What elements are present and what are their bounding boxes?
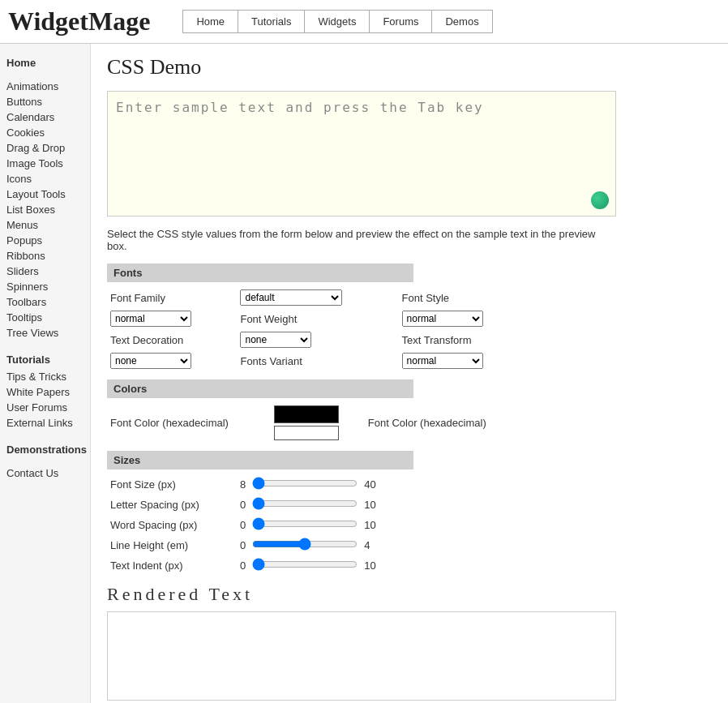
font-size-max: 40 [361,474,379,495]
font-size-row: Font Size (px) 8 40 [107,474,379,495]
sidebar-contact[interactable]: Contact Us [5,465,85,481]
nav: Home Tutorials Widgets Forums Demos [182,10,492,33]
line-height-slider[interactable] [252,538,358,551]
text-indent-max: 10 [361,555,379,576]
font-family-row: Font Family default Arial Georgia Courie… [107,287,529,308]
font-weight-label: Font Weight [237,308,398,329]
line-height-label: Line Height (em) [107,535,237,555]
page-title: CSS Demo [107,55,712,79]
word-spacing-label: Word Spacing (px) [107,515,237,535]
sidebar-demonstrations[interactable]: Demonstrations [5,442,85,457]
text-decoration-label: Text Decoration [107,329,237,350]
refresh-icon[interactable] [591,191,609,209]
fonts-form: Font Family default Arial Georgia Courie… [107,287,529,371]
bg-color-label: Font Color (hexadecimal) [365,403,529,443]
text-indent-row: Text Indent (px) 0 10 [107,555,379,576]
sidebar-tutorials[interactable]: Tutorials [5,352,85,367]
sidebar-item-user-forums[interactable]: User Forums [5,400,85,415]
line-height-min: 0 [240,539,246,551]
sizes-section-header: Sizes [107,451,413,469]
sidebar-item-tooltips[interactable]: Tooltips [5,310,85,325]
header: WidgetMage Home Tutorials Widgets Forums… [0,0,728,44]
sidebar-item-white-papers[interactable]: White Papers [5,384,85,400]
letter-spacing-min: 0 [240,499,246,511]
sidebar-item-icons[interactable]: Icons [5,171,85,186]
sidebar-item-list-boxes[interactable]: List Boxes [5,202,85,217]
colors-form: Font Color (hexadecimal) Font Color (hex… [107,403,529,443]
colors-section-header: Colors [107,379,413,398]
font-size-min: 8 [240,478,246,491]
sidebar-item-cookies[interactable]: Cookies [5,125,85,140]
nav-tutorials[interactable]: Tutorials [238,10,304,33]
fonts-variant-row: none small-caps Fonts Variant normal bol… [107,350,529,371]
font-weight-row: normal bold bolder lighter Font Weight n… [107,308,529,329]
fonts-variant-right-select[interactable]: normal bold italic [402,353,483,369]
text-indent-min: 0 [240,559,246,572]
font-weight-right-select[interactable]: normal italic oblique [402,311,483,327]
sidebar-home[interactable]: Home [5,55,85,71]
text-indent-label: Text Indent (px) [107,555,237,576]
content: CSS Demo Enter sample text and press the… [91,44,728,703]
sizes-form: Font Size (px) 8 40 Letter Spacing (px) … [107,474,379,576]
main-layout: Home Animations Buttons Calendars Cookie… [0,44,728,703]
font-size-label: Font Size (px) [107,474,237,495]
fonts-section-header: Fonts [107,264,413,282]
letter-spacing-label: Letter Spacing (px) [107,495,237,515]
colors-row: Font Color (hexadecimal) Font Color (hex… [107,403,529,443]
text-transform-label: Text Transform [399,329,529,350]
sidebar-item-sliders[interactable]: Sliders [5,264,85,279]
logo: WidgetMage [8,6,150,36]
rendered-box [107,611,616,701]
sidebar-item-layout-tools[interactable]: Layout Tools [5,186,85,202]
preview-box: Enter sample text and press the Tab key [107,91,616,216]
preview-placeholder-text: Enter sample text and press the Tab key [116,100,607,115]
fonts-variant-label: Fonts Variant [237,350,398,371]
sidebar-item-popups[interactable]: Popups [5,233,85,248]
line-height-row: Line Height (em) 0 4 [107,535,379,555]
word-spacing-row: Word Spacing (px) 0 10 [107,515,379,535]
font-color-label: Font Color (hexadecimal) [107,403,271,443]
sidebar-item-image-tools[interactable]: Image Tools [5,156,85,171]
letter-spacing-max: 10 [361,495,379,515]
font-family-select[interactable]: default Arial Georgia Courier New Times … [240,289,342,306]
letter-spacing-row: Letter Spacing (px) 0 10 [107,495,379,515]
font-style-label: Font Style [399,287,529,308]
sidebar-item-toolbars[interactable]: Toolbars [5,294,85,310]
sidebar-item-tips[interactable]: Tips & Tricks [5,369,85,384]
font-weight-left-select[interactable]: normal bold bolder lighter [110,311,191,327]
text-decoration-select[interactable]: none underline overline line-through [240,332,311,348]
sidebar-item-calendars[interactable]: Calendars [5,109,85,125]
sidebar-item-spinners[interactable]: Spinners [5,279,85,294]
sidebar-item-drag-drop[interactable]: Drag & Drop [5,140,85,156]
font-family-label: Font Family [107,287,237,308]
sidebar-item-menus[interactable]: Menus [5,217,85,233]
sidebar-item-external-links[interactable]: External Links [5,415,85,431]
fonts-variant-left-select[interactable]: none small-caps [110,353,191,369]
letter-spacing-slider[interactable] [252,497,358,510]
nav-forums[interactable]: Forums [369,10,431,33]
sidebar-item-animations[interactable]: Animations [5,79,85,94]
description: Select the CSS style values from the for… [107,228,616,252]
text-decoration-row: Text Decoration none underline overline … [107,329,529,350]
font-size-slider[interactable] [252,477,358,490]
bg-color-swatch[interactable] [274,426,339,440]
word-spacing-max: 10 [361,515,379,535]
font-color-swatch[interactable] [274,405,339,423]
line-height-max: 4 [361,535,379,555]
text-indent-slider[interactable] [252,558,358,571]
nav-demos[interactable]: Demos [431,10,492,33]
sidebar: Home Animations Buttons Calendars Cookie… [0,44,91,703]
rendered-title: Rendered Text [107,584,712,605]
word-spacing-slider[interactable] [252,517,358,530]
nav-widgets[interactable]: Widgets [304,10,369,33]
nav-home[interactable]: Home [182,10,238,33]
sidebar-item-buttons[interactable]: Buttons [5,94,85,109]
sidebar-item-ribbons[interactable]: Ribbons [5,248,85,264]
word-spacing-min: 0 [240,519,246,531]
sidebar-item-tree-views[interactable]: Tree Views [5,325,85,341]
